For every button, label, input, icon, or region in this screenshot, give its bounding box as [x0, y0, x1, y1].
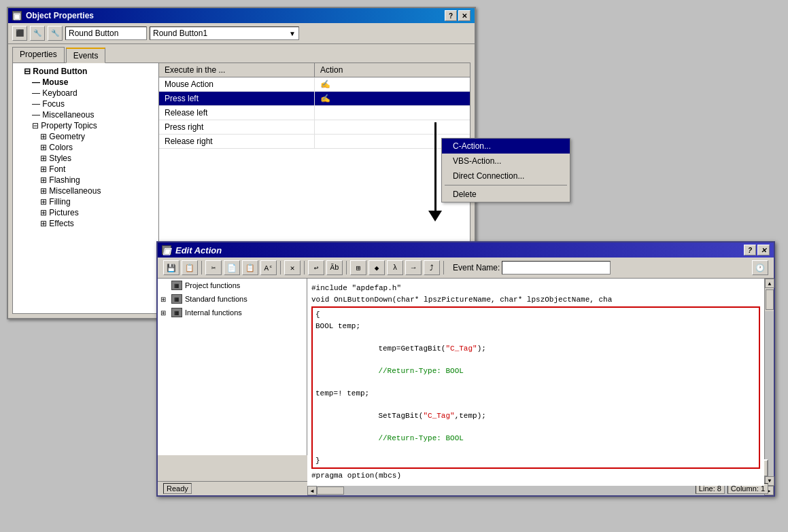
ea-btn-clock[interactable]: 🕐 — [752, 260, 768, 275]
ea-btn-undo[interactable]: ↩ — [308, 260, 324, 275]
tree-mouse-label: Mouse — [42, 77, 68, 87]
event-cell-mouse-action: Mouse Action — [159, 77, 315, 91]
scroll-up-button[interactable]: ▲ — [765, 279, 774, 288]
close-button[interactable]: ✕ — [458, 10, 470, 21]
ea-separator-5 — [443, 261, 444, 274]
context-menu-item-vbs-action[interactable]: VBS-Action... — [442, 154, 570, 169]
edit-action-help-button[interactable]: ? — [744, 245, 756, 255]
help-button[interactable]: ? — [445, 10, 457, 21]
ea-btn-save[interactable]: 💾 — [163, 260, 179, 275]
instance-name-text: Round Button1 — [153, 29, 207, 38]
ea-btn-paste[interactable]: 📋 — [242, 260, 258, 275]
tree-root-item[interactable]: ⊟ Round Button — [16, 66, 156, 77]
tree-expand2-icon: ⊟ — [32, 121, 41, 130]
scroll-thumb[interactable] — [766, 289, 774, 310]
event-name-label: Event Name: — [453, 263, 500, 272]
ea-btn-grid[interactable]: ⊞ — [350, 260, 366, 275]
context-menu-item-delete[interactable]: Delete — [442, 187, 570, 202]
func-icon-standard: ▦ — [171, 294, 182, 304]
func-label-standard: Standard functions — [185, 295, 247, 303]
tree-item-property-topics[interactable]: ⊟ Property Topics — [24, 120, 156, 131]
toolbar-btn-2[interactable]: 🔧 — [30, 26, 45, 41]
dropdown-arrow-icon: ▼ — [289, 30, 296, 37]
scroll-thumb-h[interactable] — [317, 486, 344, 495]
obj-props-toolbar: ⬛ 🔧 🔧 Round Button Round Button1 ▼ — [8, 23, 475, 44]
action-cell-press-right — [315, 120, 470, 134]
ea-separator-3 — [304, 261, 305, 274]
object-type-field: Round Button — [65, 26, 147, 40]
func-internal-expand-icon: ⊞ — [160, 309, 169, 317]
tree-expand5-icon: ⊞ — [40, 154, 49, 163]
func-item-internal[interactable]: ⊞ ▦ Internal functions — [158, 306, 307, 319]
event-row-press-left[interactable]: Press left ✍ — [159, 92, 470, 106]
tree-item-effects[interactable]: ⊞ Effects — [32, 218, 156, 229]
tree-item-font[interactable]: ⊞ Font — [32, 164, 156, 175]
func-item-standard[interactable]: ⊞ ▦ Standard functions — [158, 292, 307, 306]
event-row-release-right[interactable]: Release right — [159, 135, 470, 149]
tree-expand10-icon: ⊞ — [40, 208, 49, 217]
ea-btn-delete[interactable]: ✕ — [284, 260, 301, 275]
tree-item-keyboard[interactable]: — Keyboard — [24, 88, 156, 99]
ea-btn-3d[interactable]: ◆ — [369, 260, 385, 275]
ea-btn-cut[interactable]: ✂ — [205, 260, 222, 275]
tree-item-filling[interactable]: ⊞ Filling — [32, 196, 156, 207]
obj-props-title: Object Properties — [26, 11, 94, 20]
ea-btn-export[interactable]: ⤴ — [424, 260, 440, 275]
event-name-input[interactable] — [502, 261, 611, 274]
code-highlight-box: { BOOL temp; temp=GetTagBit("C_Tag"); //… — [311, 306, 760, 469]
edit-action-titlebar-buttons: ? ✕ — [744, 245, 770, 255]
tree-expand4-icon: ⊞ — [40, 143, 49, 152]
ea-btn-arrow-right[interactable]: → — [405, 260, 422, 275]
edit-action-body: ▦ Project functions ⊞ ▦ Standard functio… — [158, 279, 774, 455]
vertical-scrollbar[interactable]: ▲ ▼ — [764, 279, 774, 486]
tree-item-flashing[interactable]: ⊞ Flashing — [32, 175, 156, 185]
scroll-track — [765, 311, 774, 476]
toolbar-btn-3[interactable]: 🔧 — [48, 26, 63, 41]
ea-btn-save2[interactable]: 📋 — [182, 260, 198, 275]
tree-expand9-icon: ⊞ — [40, 197, 49, 207]
edit-action-close-button[interactable]: ✕ — [757, 245, 770, 255]
code-panel[interactable]: #include "apdefap.h" void OnLButtonDown(… — [307, 279, 764, 486]
tree-group: — Mouse — Keyboard — Focus — Miscellaneo… — [16, 77, 156, 229]
toolbar-btn-1[interactable]: ⬛ — [12, 26, 27, 41]
arrow-indicator — [428, 122, 442, 221]
ea-btn-copy[interactable]: 📄 — [224, 260, 240, 275]
event-row-release-left[interactable]: Release left — [159, 106, 470, 120]
tab-events[interactable]: Events — [66, 48, 106, 63]
tree-panel: ⊟ Round Button — Mouse — Keyboard — Focu… — [13, 63, 159, 313]
tree-item-colors[interactable]: ⊞ Colors — [32, 142, 156, 153]
func-item-project[interactable]: ▦ Project functions — [158, 279, 307, 292]
tree-item-miscellaneous[interactable]: ⊞ Miscellaneous — [32, 185, 156, 196]
ea-btn-lambda[interactable]: λ — [387, 260, 403, 275]
arrow-head — [428, 211, 442, 221]
functions-panel: ▦ Project functions ⊞ ▦ Standard functio… — [158, 279, 307, 455]
code-line-1: #include "apdefap.h" — [311, 283, 760, 294]
tree-item-mouse[interactable]: — Mouse — [24, 77, 156, 88]
event-row-mouse-action[interactable]: Mouse Action ✍ — [159, 77, 470, 92]
tree-item-focus[interactable]: — Focus — [24, 99, 156, 109]
object-instance-select[interactable]: Round Button1 ▼ — [150, 26, 299, 40]
scroll-left-button[interactable]: ◀ — [307, 486, 317, 495]
tree-item-misc[interactable]: — Miscellaneous — [24, 109, 156, 120]
code-line-3: { — [315, 309, 756, 321]
action-cell-press-left: ✍ — [315, 92, 470, 105]
action-icon: ✍ — [320, 79, 330, 89]
tabs-bar: Properties Events — [8, 44, 475, 63]
event-row-press-right[interactable]: Press right — [159, 120, 470, 135]
tab-properties[interactable]: Properties — [12, 47, 65, 63]
func-icon-project: ▦ — [171, 281, 182, 290]
ea-btn-redo[interactable]: Ãb — [326, 260, 343, 275]
edit-action-window: ▣ Edit Action ? ✕ 💾 📋 ✂ 📄 📋 Aᶜ ✕ ↩ Ãb ⊞ … — [156, 241, 775, 497]
ea-btn-format[interactable]: Aᶜ — [260, 260, 277, 275]
tree-item-styles[interactable]: ⊞ Styles — [32, 153, 156, 164]
action-cell-release-left — [315, 106, 470, 120]
tree-dash2-icon: — — [32, 88, 42, 98]
tree-item-geometry[interactable]: ⊞ Geometry — [32, 131, 156, 142]
context-menu-item-direct-connection[interactable]: Direct Connection... — [442, 169, 570, 183]
code-line-5: temp=GetTagBit("C_Tag"); //Return-Type: … — [315, 332, 756, 388]
action-cell-mouse-action: ✍ — [315, 77, 470, 91]
tree-item-pictures[interactable]: ⊞ Pictures — [32, 207, 156, 218]
func-icon-internal: ▦ — [171, 308, 182, 317]
ea-separator-2 — [280, 261, 281, 274]
context-menu-item-c-action[interactable]: C-Action... — [442, 139, 570, 154]
